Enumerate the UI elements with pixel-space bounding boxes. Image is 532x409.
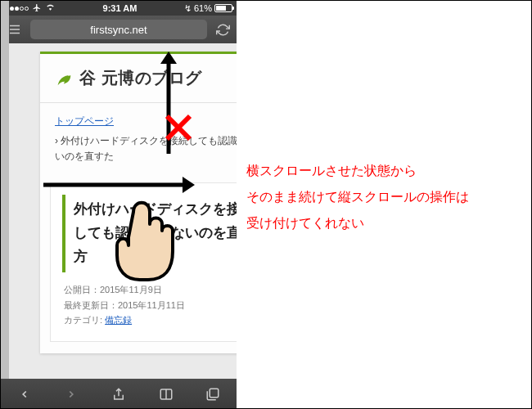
status-right: ↯ 61% — [184, 3, 232, 14]
browser-toolbar — [1, 379, 237, 409]
leaf-icon — [55, 70, 73, 88]
forward-button[interactable] — [59, 382, 83, 407]
status-left — [5, 3, 56, 14]
svg-marker-5 — [160, 52, 177, 64]
share-button[interactable] — [106, 382, 131, 407]
annotation-text: 横スクロールさせた状態から そのまま続けて縦スクロールの操作は 受け付けてくれな… — [246, 158, 469, 236]
svg-rect-1 — [210, 389, 219, 398]
site-title: 谷 元博のブログ — [79, 67, 202, 89]
annotation-line3: 受け付けてくれない — [246, 210, 469, 236]
tabs-button[interactable] — [201, 382, 225, 407]
annotation-line1: 横スクロールさせた状態から — [246, 158, 469, 184]
browser-nav-bar: firstsync.net — [1, 16, 237, 43]
breadcrumb-current: 外付けハードディスクを接続しても認識されないのを直すた — [55, 133, 237, 164]
status-bar: 9:31 AM ↯ 61% — [1, 1, 237, 16]
hand-pointer-icon — [109, 187, 183, 281]
annotation-line2: そのまま続けて縦スクロールの操作は — [246, 184, 469, 210]
breadcrumb: トップページ 外付けハードディスクを接続しても認識されないのを直すた — [40, 103, 237, 171]
breadcrumb-top-link[interactable]: トップページ — [55, 115, 114, 127]
svg-marker-3 — [183, 177, 195, 193]
published-label: 公開日： — [64, 285, 100, 294]
status-time: 9:31 AM — [103, 3, 138, 13]
url-bar[interactable]: firstsync.net — [30, 20, 207, 39]
battery-percent: 61% — [194, 3, 212, 13]
charging-icon: ↯ — [184, 3, 192, 14]
refresh-icon[interactable] — [214, 20, 232, 38]
wifi-icon — [45, 3, 56, 13]
url-text: firstsync.net — [90, 24, 147, 36]
viewport-left-edge — [1, 1, 9, 409]
published-date: 2015年11月9日 — [100, 285, 162, 294]
x-mark-icon — [165, 114, 192, 142]
category-link[interactable]: 備忘録 — [105, 315, 132, 325]
bookmarks-button[interactable] — [154, 382, 178, 407]
updated-label: 最終更新日： — [64, 300, 118, 310]
airplane-mode-icon — [32, 3, 42, 14]
site-header: 谷 元博のブログ — [40, 54, 237, 103]
updated-date: 2015年11月11日 — [118, 300, 185, 310]
back-button[interactable] — [12, 382, 37, 407]
battery-icon — [214, 4, 232, 12]
category-label: カテゴリ: — [64, 315, 105, 325]
